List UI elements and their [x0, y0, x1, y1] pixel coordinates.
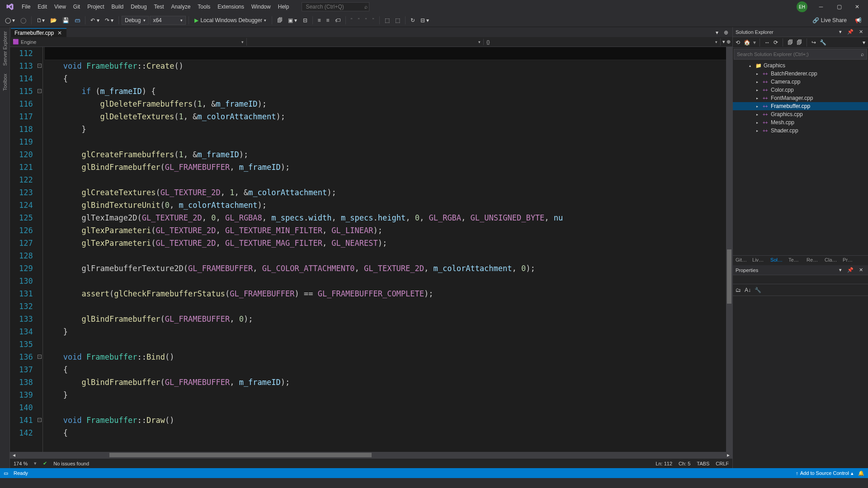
- run-debugger-button[interactable]: ▶ Local Windows Debugger ▾: [192, 16, 269, 25]
- tool-tab[interactable]: Solu…: [768, 256, 786, 265]
- menu-test[interactable]: Test: [151, 2, 168, 12]
- minimize-button[interactable]: ─: [812, 0, 830, 14]
- live-share-button[interactable]: 🔗 Live Share: [809, 17, 850, 23]
- nav-type-combo[interactable]: ▾: [247, 39, 484, 45]
- tree-file[interactable]: ▸++Framebuffer.cpp: [733, 102, 868, 110]
- menu-analyze[interactable]: Analyze: [168, 2, 194, 12]
- tool-tab[interactable]: Tea…: [786, 256, 804, 265]
- se-refresh-icon[interactable]: ⟳: [773, 38, 779, 47]
- code-text[interactable]: void Framebuffer::Create() { if (m_frame…: [43, 47, 726, 452]
- maximize-button[interactable]: ▢: [830, 0, 848, 14]
- tree-file[interactable]: ▸++Graphics.cpp: [733, 110, 868, 118]
- nav-scope-combo[interactable]: 🟪 Engine▾: [10, 38, 247, 46]
- se-prop-icon[interactable]: ↪: [811, 38, 817, 47]
- tree-file[interactable]: ▸++Mesh.cpp: [733, 118, 868, 127]
- tool-tab[interactable]: Clas…: [822, 256, 840, 265]
- close-button[interactable]: ✕: [848, 0, 866, 14]
- props-cat-icon[interactable]: 🗂: [735, 286, 742, 294]
- fold-toggle[interactable]: −: [38, 64, 42, 68]
- se-sync-icon[interactable]: ↔: [764, 38, 771, 47]
- tab-dropdown[interactable]: ▾: [713, 28, 721, 37]
- back-button[interactable]: ◯ ▾: [3, 16, 17, 25]
- fold-toggle[interactable]: −: [38, 418, 42, 422]
- crlf-indicator[interactable]: CRLF: [716, 461, 729, 466]
- tb-icon-7[interactable]: ⬚: [393, 16, 402, 25]
- menu-tools[interactable]: Tools: [194, 2, 214, 12]
- props-close[interactable]: ✕: [857, 266, 865, 274]
- se-showall-icon[interactable]: 🗐: [787, 38, 794, 47]
- panel-options[interactable]: ▾: [837, 28, 844, 36]
- tool-tab[interactable]: Git…: [733, 256, 750, 265]
- nav-member-combo[interactable]: {}▾: [484, 38, 721, 46]
- save-all-button[interactable]: 🗃: [72, 16, 82, 25]
- tool-tab[interactable]: Live…: [750, 256, 768, 265]
- menu-extensions[interactable]: Extensions: [214, 2, 248, 12]
- menu-file[interactable]: File: [18, 2, 34, 12]
- undo-button[interactable]: ↶ ▾: [88, 16, 101, 25]
- menu-git[interactable]: Git: [70, 2, 84, 12]
- feedback-button[interactable]: 📢: [851, 17, 865, 23]
- tb-icon-3[interactable]: ⊟: [301, 16, 310, 25]
- tree-file[interactable]: ▸++BatchRenderer.cpp: [733, 70, 868, 78]
- tree-file[interactable]: ▸++FontManager.cpp: [733, 94, 868, 102]
- panel-close[interactable]: ✕: [857, 28, 865, 36]
- se-prop-icon-2[interactable]: 🔧: [819, 38, 827, 47]
- scroll-left-arrow[interactable]: ◂: [10, 452, 18, 458]
- tb-indent-icon[interactable]: ≡: [316, 16, 323, 25]
- rail-toolbox[interactable]: Toolbox: [1, 70, 9, 95]
- menu-edit[interactable]: Edit: [34, 2, 51, 12]
- search-input[interactable]: [306, 4, 364, 10]
- menu-help[interactable]: Help: [274, 2, 293, 12]
- tb-icon-9[interactable]: ⊟ ▾: [418, 16, 431, 25]
- tb-icon-1[interactable]: 🗐: [275, 16, 285, 25]
- tb-icon-4[interactable]: ”: [363, 16, 369, 25]
- platform-combo[interactable]: x64▾: [150, 16, 186, 25]
- tree-file[interactable]: ▸++Shader.cpp: [733, 127, 868, 135]
- props-pin[interactable]: 📌: [845, 266, 856, 274]
- panel-pin[interactable]: 📌: [845, 28, 856, 36]
- issues-label[interactable]: No issues found: [53, 461, 89, 466]
- solution-search[interactable]: ⌕: [734, 49, 867, 60]
- se-collapse-icon[interactable]: 🗐: [796, 38, 803, 47]
- zoom-level[interactable]: 174 %: [14, 461, 28, 466]
- props-options[interactable]: ▾: [837, 266, 844, 274]
- se-home-icon[interactable]: ⟲: [735, 38, 741, 47]
- tb-comment-icon[interactable]: ”: [349, 16, 355, 25]
- forward-button[interactable]: ◯: [18, 16, 28, 25]
- tb-icon-2[interactable]: ▣ ▾: [286, 16, 299, 25]
- se-filter-icon[interactable]: ▾: [862, 38, 866, 47]
- horizontal-scrollbar[interactable]: ◂ ▸: [10, 452, 732, 458]
- tb-icon-6[interactable]: ⬚: [382, 16, 392, 25]
- redo-button[interactable]: ↷ ▾: [103, 16, 116, 25]
- tab-aux-button[interactable]: ⊕: [722, 28, 731, 37]
- props-az-icon[interactable]: A↓: [744, 286, 752, 294]
- search-box[interactable]: ⌕: [302, 2, 369, 11]
- menu-debug[interactable]: Debug: [127, 2, 150, 12]
- fold-toggle[interactable]: −: [38, 89, 42, 93]
- open-button[interactable]: 📂: [48, 16, 59, 25]
- tb-outdent-icon[interactable]: ≡: [324, 16, 332, 25]
- solution-tree[interactable]: ▴📁Graphics▸++BatchRenderer.cpp▸++Camera.…: [733, 61, 868, 255]
- tb-icon-8[interactable]: ↻: [408, 16, 417, 25]
- config-combo[interactable]: Debug▾: [122, 16, 149, 25]
- vertical-scrollbar[interactable]: [726, 47, 732, 452]
- tabs-indicator[interactable]: TABS: [697, 461, 709, 466]
- menu-project[interactable]: Project: [84, 2, 108, 12]
- user-avatar[interactable]: EH: [797, 1, 807, 12]
- fold-toggle[interactable]: −: [38, 355, 42, 359]
- tool-tab[interactable]: Pro…: [840, 256, 858, 265]
- rail-server-explorer[interactable]: Server Explorer: [1, 27, 9, 70]
- tree-folder-graphics[interactable]: ▴📁Graphics: [733, 61, 868, 70]
- solution-search-input[interactable]: [737, 52, 861, 57]
- tree-file[interactable]: ▸++Camera.cpp: [733, 78, 868, 86]
- save-button[interactable]: 💾: [60, 16, 71, 25]
- tab-close-button[interactable]: ✕: [57, 30, 63, 36]
- tb-bookmark-icon[interactable]: 🏷: [333, 16, 343, 25]
- tb-icon-5[interactable]: ”: [370, 16, 377, 25]
- tool-tab[interactable]: Res…: [804, 256, 822, 265]
- tree-file[interactable]: ▸++Color.cpp: [733, 86, 868, 94]
- add-source-control[interactable]: ↑ Add to Source Control ▴: [796, 470, 854, 476]
- menu-build[interactable]: Build: [108, 2, 127, 12]
- file-tab-framebuffer[interactable]: Framebuffer.cpp ✕: [11, 28, 66, 37]
- se-home-icon-2[interactable]: 🏠: [743, 38, 751, 47]
